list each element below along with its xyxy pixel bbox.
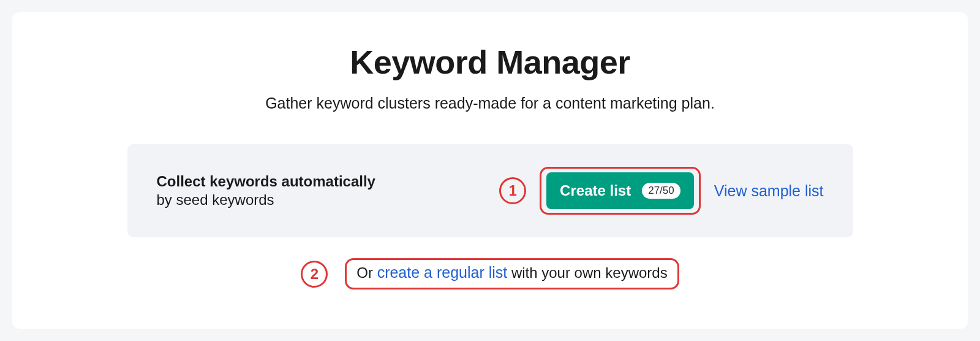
create-list-button[interactable]: Create list 27/50 [546,172,694,209]
create-list-count-badge: 27/50 [642,183,680,199]
page-title: Keyword Manager [350,43,630,81]
create-regular-list-link[interactable]: create a regular list [377,264,508,281]
annotation-highlight-1: Create list 27/50 [540,167,701,215]
main-card: Keyword Manager Gather keyword clusters … [12,12,968,329]
annotation-marker-2: 2 [301,261,328,288]
auto-collect-panel: Collect keywords automatically by seed k… [127,144,853,237]
panel-heading: Collect keywords automatically [157,173,375,190]
page-subtitle: Gather keyword clusters ready-made for a… [265,94,715,112]
create-list-button-label: Create list [560,182,631,199]
annotation-highlight-2: Or create a regular list with your own k… [345,258,679,289]
view-sample-list-link[interactable]: View sample list [714,182,824,200]
panel-text-group: Collect keywords automatically by seed k… [157,173,375,209]
panel-actions: 1 Create list 27/50 View sample list [499,167,823,215]
footer-prefix: Or [356,264,377,281]
footer-row: 2 Or create a regular list with your own… [301,258,679,289]
footer-suffix: with your own keywords [507,264,667,281]
annotation-marker-1: 1 [499,177,526,204]
panel-subheading: by seed keywords [157,191,375,209]
